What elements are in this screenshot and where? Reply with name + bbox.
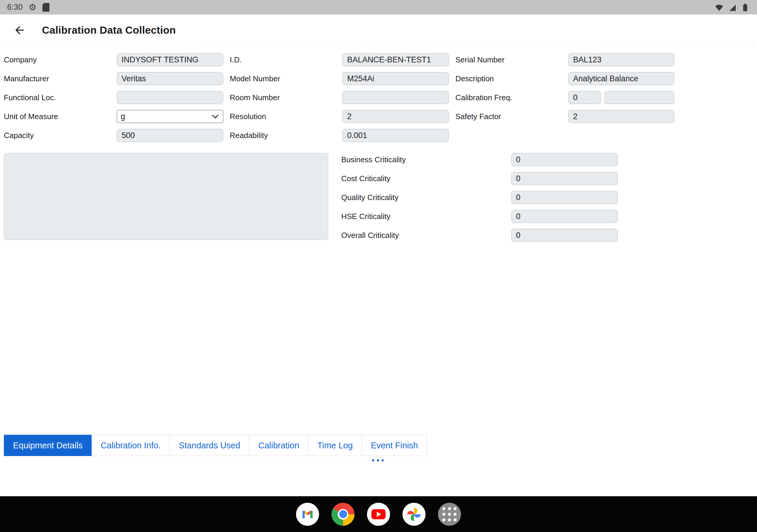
cost-criticality-field[interactable] (511, 172, 618, 185)
unit-of-measure-select[interactable]: g (117, 110, 223, 123)
capacity-label: Capacity (4, 131, 117, 140)
readability-field[interactable] (343, 129, 449, 142)
safety-factor-field[interactable] (568, 110, 674, 123)
id-field[interactable] (343, 53, 449, 66)
calibration-freq-unit-field[interactable] (604, 91, 674, 104)
room-number-label: Room Number (230, 93, 343, 102)
settings-icon: ⚙ (29, 3, 37, 12)
app-bar: Calibration Data Collection (0, 15, 757, 46)
arrow-left-icon (13, 24, 26, 36)
quality-criticality-field[interactable] (511, 191, 618, 204)
tab-standards-used[interactable]: Standards Used (169, 435, 249, 456)
youtube-play-badge (371, 509, 386, 519)
tab-time-log[interactable]: Time Log (308, 435, 362, 456)
criticality-section: Business Criticality Cost Criticality Qu… (341, 153, 618, 242)
clock: 6:30 (7, 3, 23, 12)
tab-calibration-info[interactable]: Calibration Info. (91, 435, 170, 456)
company-label: Company (4, 55, 117, 64)
status-bar: 6:30 ⚙ (0, 0, 757, 15)
overflow-indicator[interactable]: ... (371, 451, 386, 463)
form-column-2: I.D. Model Number Room Number Resolution… (230, 53, 449, 142)
manufacturer-field[interactable] (117, 72, 223, 85)
overall-criticality-field[interactable] (511, 229, 618, 242)
manufacturer-label: Manufacturer (4, 74, 117, 83)
description-field[interactable] (568, 72, 674, 85)
hse-criticality-field[interactable] (511, 210, 618, 223)
tab-equipment-details[interactable]: Equipment Details (4, 435, 92, 456)
app-drawer-icon[interactable] (438, 503, 461, 526)
company-field[interactable] (117, 53, 223, 66)
id-label: I.D. (230, 55, 343, 64)
readability-label: Readability (230, 131, 343, 140)
resolution-field[interactable] (343, 110, 449, 123)
sd-card-icon (42, 3, 49, 12)
cellular-signal-icon (727, 3, 737, 12)
tab-calibration[interactable]: Calibration (249, 435, 308, 456)
page-title: Calibration Data Collection (42, 24, 176, 36)
back-button[interactable] (11, 22, 28, 39)
form-column-3: Serial Number Description Calibration Fr… (455, 53, 674, 123)
functional-loc-field[interactable] (117, 91, 223, 104)
resolution-label: Resolution (230, 112, 343, 121)
room-number-field[interactable] (343, 91, 449, 104)
notes-field[interactable] (4, 153, 328, 240)
capacity-field[interactable] (117, 129, 223, 142)
serial-number-label: Serial Number (455, 55, 568, 64)
battery-icon (741, 3, 750, 12)
cost-criticality-label: Cost Criticality (341, 174, 511, 183)
unit-of-measure-label: Unit of Measure (4, 112, 117, 121)
calibration-freq-field[interactable] (568, 91, 601, 104)
form-column-1: Company Manufacturer Functional Loc. Uni… (4, 53, 223, 142)
description-label: Description (455, 74, 568, 83)
business-criticality-label: Business Criticality (341, 155, 511, 164)
tab-bar: Equipment Details Calibration Info. Stan… (4, 435, 427, 456)
taskbar-dock (0, 496, 757, 532)
safety-factor-label: Safety Factor (455, 112, 568, 121)
model-number-field[interactable] (343, 72, 449, 85)
model-number-label: Model Number (230, 74, 343, 83)
calibration-freq-label: Calibration Freq. (455, 93, 568, 102)
gmail-icon[interactable] (296, 503, 319, 526)
hse-criticality-label: HSE Criticality (341, 212, 511, 221)
serial-number-field[interactable] (568, 53, 674, 66)
functional-loc-label: Functional Loc. (4, 93, 117, 102)
photos-icon[interactable] (403, 503, 426, 526)
chrome-icon[interactable] (331, 503, 354, 526)
wifi-icon (714, 3, 724, 12)
quality-criticality-label: Quality Criticality (341, 193, 511, 202)
business-criticality-field[interactable] (511, 153, 618, 166)
youtube-icon[interactable] (367, 503, 390, 526)
overall-criticality-label: Overall Criticality (341, 231, 511, 240)
